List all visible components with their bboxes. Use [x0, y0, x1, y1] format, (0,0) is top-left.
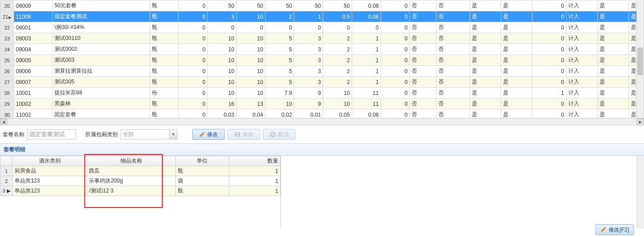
cell-flag[interactable]: 是 [470, 77, 501, 88]
detail-col-qty[interactable]: 数量 [229, 156, 280, 166]
cell-value[interactable]: 0 [265, 22, 294, 33]
cell-flag[interactable]: 否 [410, 11, 436, 22]
cell-value[interactable]: 0 [323, 22, 352, 33]
cell-flag[interactable]: 是 [501, 66, 533, 77]
cell-value[interactable]: 0 [179, 55, 208, 66]
cell-flag[interactable]: 是 [597, 109, 629, 118]
cell-value[interactable]: 1 [294, 11, 323, 22]
cell-value[interactable]: 0 [533, 109, 566, 118]
cell-value[interactable]: 10 [208, 33, 237, 44]
cell-value[interactable]: 0 [533, 11, 566, 22]
cell-value[interactable]: 10 [236, 88, 265, 99]
cell-flag[interactable]: 否 [436, 66, 470, 77]
cell-name[interactable]: 固定套餐测试 [53, 11, 150, 22]
cell-name[interactable]: 测试005 [53, 77, 150, 88]
cell-value[interactable]: 0 [352, 22, 381, 33]
cell-flag[interactable]: 否 [436, 22, 470, 33]
cell-name[interactable]: 测算拉测算拉拉 [53, 66, 150, 77]
cell-name[interactable]: 提拉米苏88 [53, 88, 150, 99]
cell-value[interactable]: 9 [294, 88, 323, 99]
cell-unit[interactable]: 瓶 [150, 11, 179, 22]
cell-value[interactable]: 11 [352, 99, 381, 109]
cancel-button[interactable]: 取消 [263, 129, 295, 140]
scrollbar-thumb[interactable] [638, 48, 643, 75]
cell-flag[interactable]: 是 [597, 0, 629, 11]
cell-value[interactable]: 10 [236, 55, 265, 66]
cell-flag[interactable]: 计入 [566, 44, 597, 55]
cell-flag[interactable]: 是 [470, 99, 501, 109]
cell-flag[interactable]: 是 [470, 22, 501, 33]
table-row[interactable]: 2910002黑森林瓶0161310910110否否是是0计入是是 [0, 99, 644, 109]
cell-flag[interactable]: 否 [436, 0, 470, 11]
cell-flag[interactable]: 是 [470, 109, 501, 118]
cell-flag[interactable]: 是 [470, 44, 501, 55]
cell-flag[interactable]: 否 [436, 55, 470, 66]
cell-value[interactable]: 10 [208, 66, 237, 77]
cell-value[interactable]: 0 [381, 22, 410, 33]
cell-value[interactable]: 0 [533, 44, 566, 55]
cell-flag[interactable]: 计入 [566, 0, 597, 11]
cell-name[interactable]: 固定套餐 [53, 109, 150, 118]
cell-code[interactable]: 10002 [14, 99, 53, 109]
cell-value[interactable]: 13 [236, 99, 265, 109]
chevron-down-icon[interactable]: ▼ [169, 130, 177, 139]
cell-flag[interactable]: 是 [470, 33, 501, 44]
cell-value[interactable]: 10 [208, 55, 237, 66]
cell-value[interactable]: 0 [179, 22, 208, 33]
cell-value[interactable]: 0 [381, 66, 410, 77]
cell-value[interactable]: 10 [323, 88, 352, 99]
cell-flag[interactable]: 否 [410, 88, 436, 99]
cell-value[interactable]: 5 [265, 44, 294, 55]
cell-flag[interactable]: 否 [410, 109, 436, 118]
cell-value[interactable]: 5 [265, 55, 294, 66]
cell-value[interactable]: 0 [179, 11, 208, 22]
cell-value[interactable]: 0.04 [236, 109, 265, 118]
cell-flag[interactable]: 计入 [566, 109, 597, 118]
combo-name-input[interactable] [27, 129, 76, 139]
cell-value[interactable]: 3 [294, 77, 323, 88]
cell-name[interactable]: 黑森林 [53, 99, 150, 109]
cell-code[interactable]: 11008 [14, 11, 53, 22]
cell-value[interactable]: 10 [208, 88, 237, 99]
row-number[interactable]: 25 [0, 55, 14, 66]
cell-flag[interactable]: 计入 [566, 66, 597, 77]
cell-flag[interactable]: 否 [436, 11, 470, 22]
cell-flag[interactable]: 是 [597, 99, 629, 109]
cell-value[interactable]: 0 [381, 55, 410, 66]
cell-value[interactable]: 5 [265, 66, 294, 77]
table-row[interactable]: 2509005测试003瓶0101053210否否是是0计入是是 [0, 55, 644, 66]
detail-cell-cat[interactable]: 单品类123 [12, 176, 87, 186]
cell-value[interactable]: 0 [208, 22, 237, 33]
cell-value[interactable]: 50 [265, 0, 294, 11]
cell-value[interactable]: 0 [236, 22, 265, 33]
cell-value[interactable]: 10 [208, 77, 237, 88]
cell-name[interactable]: 测试00110 [53, 33, 150, 44]
cell-value[interactable]: 2 [265, 11, 294, 22]
cell-flag[interactable]: 是 [597, 66, 629, 77]
cell-value[interactable]: 0 [381, 44, 410, 55]
cell-value[interactable]: 1 [352, 55, 381, 66]
row-number[interactable]: 26 [0, 66, 14, 77]
row-number[interactable]: 30 [0, 109, 14, 118]
cell-value[interactable]: 10 [265, 99, 294, 109]
cell-flag[interactable]: 否 [410, 44, 436, 55]
cell-flag[interactable]: 是 [501, 11, 533, 22]
table-row[interactable]: 2409004测试0002瓶0101053210否否是是0计入是是 [0, 44, 644, 55]
cell-flag[interactable]: 是 [470, 11, 501, 22]
cell-unit[interactable]: 瓶 [150, 66, 179, 77]
cell-value[interactable]: 1 [352, 66, 381, 77]
cell-flag[interactable]: 是 [501, 88, 533, 99]
cell-value[interactable]: 10 [236, 33, 265, 44]
cell-flag[interactable]: 计入 [566, 88, 597, 99]
cell-value[interactable]: 2 [323, 55, 352, 66]
cell-value[interactable]: 1 [533, 88, 566, 99]
cell-flag[interactable]: 计入 [566, 22, 597, 33]
cell-flag[interactable]: 是 [501, 0, 533, 11]
cell-flag[interactable]: 否 [410, 55, 436, 66]
cell-value[interactable]: 0.5 [323, 11, 352, 22]
cell-flag[interactable]: 否 [410, 33, 436, 44]
detail-row[interactable]: 2单品类123乐事鸡块200g袋1 [0, 176, 281, 186]
scroll-right-icon[interactable]: ► [637, 118, 644, 125]
cell-value[interactable]: 0 [179, 99, 208, 109]
cell-code[interactable]: 09004 [14, 44, 53, 55]
